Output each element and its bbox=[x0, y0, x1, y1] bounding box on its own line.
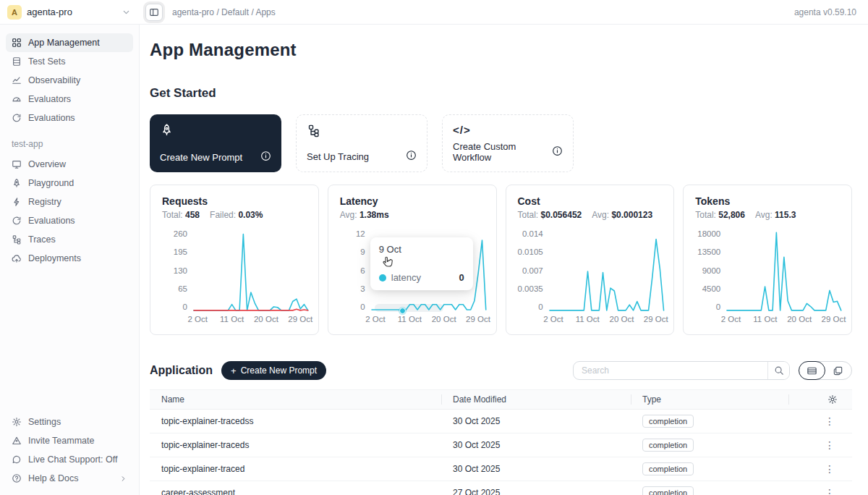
column-header-date-modified: Date Modified bbox=[441, 394, 631, 405]
x-tick-label: 2 Oct bbox=[543, 315, 563, 323]
table-row[interactable]: topic-explainer-traceds30 Oct 2025comple… bbox=[150, 433, 852, 457]
layout: App ManagementTest SetsObservabilityEval… bbox=[0, 25, 868, 495]
sidebar-item-settings[interactable]: Settings bbox=[6, 412, 133, 431]
sidebar-item-observability[interactable]: Observability bbox=[6, 71, 133, 90]
app-name-cell: topic-explainer-tracedss bbox=[150, 416, 441, 426]
get-started-card-create-new-prompt[interactable]: Create New Prompt bbox=[150, 114, 281, 172]
date-modified-cell: 30 Oct 2025 bbox=[441, 440, 631, 450]
sidebar-item-playground[interactable]: Playground bbox=[6, 174, 133, 192]
info-icon[interactable] bbox=[552, 145, 563, 156]
x-tick-label: 20 Oct bbox=[787, 315, 812, 323]
x-tick-label: 20 Oct bbox=[254, 315, 278, 323]
get-started-cards: Create New PromptSet Up Tracing</>Create… bbox=[150, 114, 852, 172]
get-started-card-label: Set Up Tracing bbox=[307, 151, 369, 162]
sidebar-item-registry[interactable]: Registry bbox=[6, 192, 133, 211]
tokens-chart-card: TokensTotal: 52,806Avg: 115.318000135009… bbox=[683, 185, 852, 335]
chart-plot-area[interactable]: 2 Oct11 Oct20 Oct29 Oct bbox=[550, 230, 664, 311]
sidebar-item-evaluators[interactable]: Evaluators bbox=[6, 90, 133, 109]
card-view-icon bbox=[833, 365, 843, 376]
x-tick-label: 2 Oct bbox=[365, 315, 385, 323]
type-cell: completion bbox=[631, 415, 788, 428]
search-button[interactable] bbox=[767, 362, 789, 379]
sidebar-item-label: Observability bbox=[28, 75, 80, 85]
chart-stats: Total: 458Failed: 0.03% bbox=[162, 210, 308, 220]
row-menu-button[interactable]: ⋮ bbox=[822, 440, 838, 450]
table-row[interactable]: career-assessment27 Oct 2025completion⋮ bbox=[150, 481, 852, 495]
sidebar-item-help-docs[interactable]: Help & Docs bbox=[6, 469, 133, 488]
sidebar-item-invite-teammate[interactable]: Invite Teammate bbox=[6, 431, 133, 450]
sidebar-footer-nav: SettingsInvite TeammateLive Chat Support… bbox=[6, 412, 133, 488]
row-menu-button[interactable]: ⋮ bbox=[822, 416, 838, 426]
create-new-prompt-button[interactable]: + Create New Prompt bbox=[221, 361, 326, 380]
column-header-type: Type bbox=[631, 394, 788, 405]
main-content: App Management Get Started Create New Pr… bbox=[140, 25, 868, 495]
x-tick-label: 11 Oct bbox=[576, 315, 600, 323]
type-badge: completion bbox=[642, 415, 694, 428]
sidebar-item-overview[interactable]: Overview bbox=[6, 155, 133, 174]
sidebar-collapse-icon bbox=[149, 7, 159, 17]
row-menu-button[interactable]: ⋮ bbox=[822, 464, 838, 474]
sidebar: App ManagementTest SetsObservabilityEval… bbox=[0, 25, 140, 495]
get-started-card-create-custom-workflow[interactable]: </>Create Custom Workflow bbox=[442, 114, 574, 172]
x-tick-label: 29 Oct bbox=[288, 315, 312, 323]
deployments-icon bbox=[12, 253, 22, 263]
y-tick-label: 6 bbox=[360, 267, 365, 275]
table-view-button[interactable] bbox=[799, 361, 825, 380]
sidebar-item-label: Overview bbox=[28, 159, 66, 169]
sidebar-item-evaluations[interactable]: Evaluations bbox=[6, 109, 133, 127]
plus-icon: + bbox=[231, 366, 237, 376]
info-icon[interactable] bbox=[406, 150, 417, 161]
y-tick-label: 4500 bbox=[702, 285, 721, 293]
chart-cards: RequestsTotal: 458Failed: 0.03%260195130… bbox=[150, 185, 852, 335]
application-section: Application + Create New Prompt bbox=[150, 361, 852, 495]
y-tick-label: 18000 bbox=[697, 230, 720, 238]
sidebar-item-traces[interactable]: Traces bbox=[6, 230, 133, 249]
y-tick-label: 0 bbox=[716, 303, 720, 311]
chart-stat: Avg: 1.38ms bbox=[340, 210, 389, 220]
sidebar-item-evaluations[interactable]: Evaluations bbox=[6, 211, 133, 230]
chart-stats: Avg: 1.38ms bbox=[340, 210, 486, 220]
chart-title: Latency bbox=[340, 195, 486, 207]
chart-line-svg bbox=[550, 230, 664, 311]
row-menu-button[interactable]: ⋮ bbox=[822, 488, 838, 495]
x-tick-label: 11 Oct bbox=[753, 315, 777, 323]
get-started-card-set-up-tracing[interactable]: Set Up Tracing bbox=[296, 114, 427, 172]
search-box bbox=[573, 361, 790, 380]
chart-line-svg bbox=[727, 230, 841, 311]
table-view-icon bbox=[807, 365, 817, 376]
y-tick-label: 3 bbox=[360, 285, 365, 293]
workspace-selector[interactable]: A agenta-pro bbox=[0, 5, 140, 20]
table-row[interactable]: topic-explainer-traced30 Oct 2025complet… bbox=[150, 457, 852, 481]
table-header-row: NameDate ModifiedType bbox=[150, 389, 852, 410]
observability-icon bbox=[12, 75, 22, 85]
chart-plot-area[interactable]: 2 Oct11 Oct20 Oct29 Oct bbox=[727, 230, 841, 311]
x-tick-label: 11 Oct bbox=[398, 315, 422, 323]
sidebar-toggle-button[interactable] bbox=[145, 4, 163, 21]
x-tick-label: 29 Oct bbox=[822, 315, 846, 323]
y-axis: 129630 bbox=[340, 230, 372, 311]
chart-plot-area[interactable]: 2 Oct11 Oct20 Oct29 Oct bbox=[194, 230, 308, 311]
info-icon[interactable] bbox=[260, 151, 271, 161]
sidebar-item-label: App Management bbox=[28, 38, 100, 48]
breadcrumb[interactable]: agenta-pro / Default / Apps bbox=[172, 7, 276, 17]
table-row[interactable]: topic-explainer-tracedss30 Oct 2025compl… bbox=[150, 410, 852, 433]
sidebar-item-test-sets[interactable]: Test Sets bbox=[6, 52, 133, 71]
sidebar-item-app-management[interactable]: App Management bbox=[6, 33, 133, 52]
sidebar-item-live-chat-support-off[interactable]: Live Chat Support: Off bbox=[6, 450, 133, 469]
y-tick-label: 0 bbox=[360, 303, 365, 311]
chart-stat: Total: 458 bbox=[162, 210, 200, 220]
tooltip-value: 0 bbox=[459, 272, 464, 283]
y-tick-label: 12 bbox=[356, 230, 365, 238]
sidebar-item-label: Live Chat Support: Off bbox=[28, 454, 117, 465]
y-tick-label: 195 bbox=[174, 248, 187, 256]
card-view-button[interactable] bbox=[825, 361, 851, 380]
app-name-cell: career-assessment bbox=[150, 488, 441, 495]
search-input[interactable] bbox=[574, 365, 767, 376]
get-started-title: Get Started bbox=[150, 86, 852, 101]
workspace-name: agenta-pro bbox=[27, 7, 72, 17]
y-tick-label: 260 bbox=[174, 230, 187, 238]
cost-chart-card: CostTotal: $0.056452Avg: $0.0001230.0140… bbox=[506, 185, 675, 335]
sidebar-item-label: Test Sets bbox=[28, 56, 65, 67]
sidebar-item-label: Invite Teammate bbox=[28, 436, 94, 446]
sidebar-item-deployments[interactable]: Deployments bbox=[6, 249, 133, 268]
